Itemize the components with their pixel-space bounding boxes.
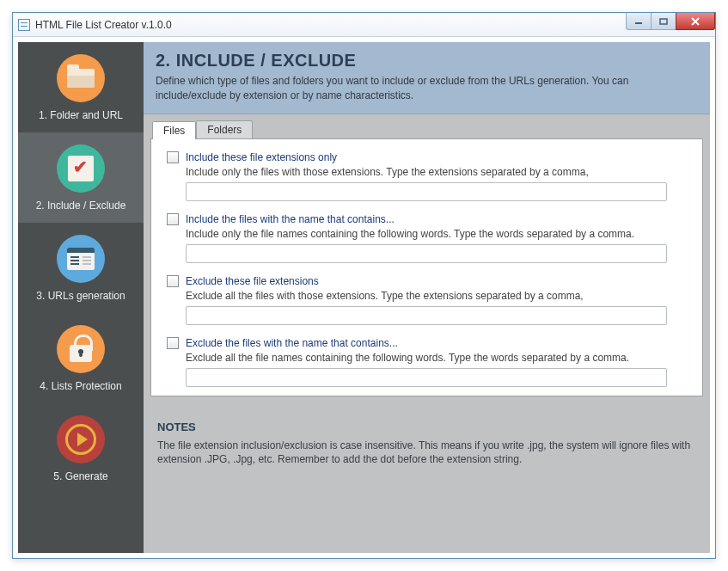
notes-panel: NOTES The file extension inclusion/exclu… [157, 421, 696, 468]
tab-files[interactable]: Files [152, 121, 196, 139]
browser-icon [57, 235, 105, 283]
folder-icon [57, 54, 105, 102]
option-exclude-name-contains: Exclude the files with the name that con… [167, 337, 687, 387]
close-button[interactable] [676, 13, 715, 30]
option-description: Include only the file names containing t… [186, 228, 687, 240]
minimize-icon [634, 18, 643, 25]
svg-rect-1 [660, 19, 667, 24]
main-panel: 2. INCLUDE / EXCLUDE Define which type o… [144, 42, 710, 553]
sidebar-item-urls-generation[interactable]: 3. URLs generation [18, 223, 144, 313]
header-panel: 2. INCLUDE / EXCLUDE Define which type o… [144, 42, 710, 114]
option-title: Exclude the files with the name that con… [186, 337, 398, 349]
window-title: HTML File List Creator v.1.0.0 [35, 19, 172, 31]
option-description: Exclude all the file names containing th… [186, 352, 687, 364]
sidebar-item-include-exclude[interactable]: 2. Include / Exclude [18, 132, 144, 223]
tab-strip: Files Folders [150, 120, 703, 138]
notes-title: NOTES [157, 421, 696, 433]
checkbox-exclude-extensions[interactable] [167, 275, 179, 287]
titlebar[interactable]: HTML File List Creator v.1.0.0 [13, 13, 715, 37]
page-title: 2. INCLUDE / EXCLUDE [156, 51, 698, 71]
sidebar-item-label: 2. Include / Exclude [36, 200, 126, 212]
play-icon [57, 415, 105, 464]
sidebar-item-folder-url[interactable]: 1. Folder and URL [18, 42, 144, 132]
window-controls [627, 13, 715, 30]
input-include-name-contains[interactable] [186, 244, 667, 263]
app-window: HTML File List Creator v.1.0.0 1. Folder… [12, 12, 716, 559]
sidebar-item-label: 4. Lists Protection [40, 380, 121, 392]
option-include-extensions: Include these file extensions only Inclu… [167, 151, 687, 201]
body-area: 1. Folder and URL 2. Include / Exclude 3… [18, 42, 710, 553]
content-panel: Files Folders Include these file extensi… [144, 114, 710, 553]
checkbox-include-name-contains[interactable] [167, 213, 179, 225]
option-title: Include these file extensions only [186, 151, 337, 163]
tab-body-files: Include these file extensions only Inclu… [150, 138, 703, 396]
sidebar-item-label: 5. Generate [53, 470, 107, 482]
close-icon [690, 17, 700, 26]
maximize-button[interactable] [651, 13, 676, 30]
sidebar-item-lists-protection[interactable]: 4. Lists Protection [18, 313, 144, 403]
checkbox-exclude-name-contains[interactable] [167, 337, 179, 349]
option-include-name-contains: Include the files with the name that con… [167, 213, 687, 263]
input-include-extensions[interactable] [186, 182, 667, 201]
lock-icon [57, 325, 105, 373]
page-description: Define which type of files and folders y… [156, 74, 698, 103]
checklist-icon [57, 144, 105, 193]
option-exclude-extensions: Exclude these file extensions Exclude al… [167, 275, 687, 325]
minimize-button[interactable] [626, 13, 652, 30]
app-icon [18, 19, 30, 31]
sidebar: 1. Folder and URL 2. Include / Exclude 3… [18, 42, 144, 553]
maximize-icon [659, 18, 668, 25]
notes-body: The file extension inclusion/exclusion i… [157, 439, 696, 468]
option-description: Include only the files with those extens… [186, 166, 687, 178]
input-exclude-extensions[interactable] [186, 306, 667, 325]
input-exclude-name-contains[interactable] [186, 368, 667, 387]
sidebar-item-label: 1. Folder and URL [39, 109, 123, 121]
sidebar-item-generate[interactable]: 5. Generate [18, 403, 144, 494]
option-title: Exclude these file extensions [186, 275, 319, 287]
option-description: Exclude all the files with those extensi… [186, 290, 687, 302]
sidebar-item-label: 3. URLs generation [36, 290, 125, 302]
option-title: Include the files with the name that con… [186, 213, 395, 225]
checkbox-include-extensions[interactable] [167, 151, 179, 163]
tab-folders[interactable]: Folders [196, 120, 253, 138]
